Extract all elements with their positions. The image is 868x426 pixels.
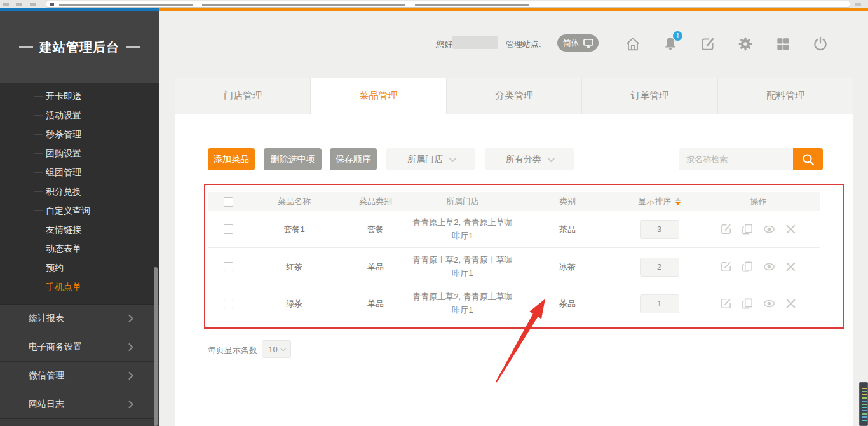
site-label: 管理站点: xyxy=(506,39,541,50)
search-button[interactable] xyxy=(793,148,823,170)
compose-icon[interactable] xyxy=(700,36,716,52)
apps-grid-icon[interactable] xyxy=(775,36,791,52)
chevron-right-icon xyxy=(125,315,133,323)
sort-order-input[interactable]: 2 xyxy=(640,258,679,277)
sidebar-sections: 统计报表 电子商务设置 微信管理 网站日志 xyxy=(0,304,159,426)
browser-forward-icon[interactable] xyxy=(16,3,22,6)
sidebar-item-flash-sale[interactable]: 秒杀管理 xyxy=(0,125,159,144)
sidebar-section-site-log[interactable]: 网站日志 xyxy=(0,390,159,419)
cell-store: 青青原上草2, 青青原上草咖啡厅1 xyxy=(412,216,513,242)
notification-badge: 1 xyxy=(673,31,682,41)
view-icon[interactable] xyxy=(763,261,775,273)
bell-icon[interactable]: 1 xyxy=(662,36,679,52)
delete-x-icon[interactable] xyxy=(785,298,797,310)
tab-category-management[interactable]: 分类管理 xyxy=(447,78,582,114)
favicon xyxy=(50,3,54,6)
sidebar-item-reservation[interactable]: 预约 xyxy=(0,258,159,277)
greeting-label: 您好 xyxy=(436,39,452,50)
sidebar-item-links[interactable]: 友情链接 xyxy=(0,220,159,239)
sort-order-input[interactable]: 1 xyxy=(640,294,679,313)
sidebar-submenu: 开卡即送 活动设置 秒杀管理 团购设置 组团管理 积分兑换 自定义查询 友情链接… xyxy=(0,86,159,296)
browser-refresh-icon[interactable] xyxy=(30,3,36,6)
sidebar-item-custom-query[interactable]: 自定义查询 xyxy=(0,201,159,220)
logo-dash-left xyxy=(19,46,33,48)
language-pill[interactable]: 简体 xyxy=(557,34,599,52)
store-filter-dropdown[interactable]: 所属门店 xyxy=(386,148,475,170)
home-icon[interactable] xyxy=(625,36,641,52)
delete-x-icon[interactable] xyxy=(785,261,797,273)
sidebar-item-group-buy[interactable]: 团购设置 xyxy=(0,144,159,163)
table-row: 套餐1 套餐 青青原上草2, 青青原上草咖啡厅1 茶品 3 xyxy=(208,211,820,248)
sidebar-item-mobile-ordering[interactable]: 手机点单 xyxy=(0,277,159,296)
sidebar-section-statistics[interactable]: 统计报表 xyxy=(0,305,159,333)
tab-order-management[interactable]: 订单管理 xyxy=(582,78,717,114)
sidebar-section-ecommerce[interactable]: 电子商务设置 xyxy=(0,333,159,362)
copy-icon[interactable] xyxy=(742,261,754,273)
copy-icon[interactable] xyxy=(742,223,754,235)
view-icon[interactable] xyxy=(763,298,775,310)
chevron-down-icon xyxy=(548,155,555,161)
app-logo: 建站管理后台 xyxy=(0,11,159,83)
search-input[interactable] xyxy=(679,148,793,170)
add-dish-button[interactable]: 添加菜品 xyxy=(208,148,255,170)
view-icon[interactable] xyxy=(763,223,775,235)
row-checkbox[interactable] xyxy=(224,224,233,234)
page-size-label: 每页显示条数 xyxy=(208,345,257,356)
column-header-operations: 操作 xyxy=(697,196,820,207)
edit-icon[interactable] xyxy=(720,223,732,235)
edit-icon[interactable] xyxy=(720,261,732,273)
sidebar-item-activity[interactable]: 活动设置 xyxy=(0,106,159,125)
browser-back-icon[interactable] xyxy=(3,3,9,6)
monitor-icon xyxy=(583,39,593,48)
sort-order-input[interactable]: 3 xyxy=(640,220,679,239)
copy-icon[interactable] xyxy=(742,298,754,310)
sidebar-item-points[interactable]: 积分兑换 xyxy=(0,182,159,201)
redacted-username xyxy=(452,36,498,49)
sidebar-item-dynamic-form[interactable]: 动态表单 xyxy=(0,239,159,258)
browser-toolbar xyxy=(0,0,868,8)
sort-order-control[interactable]: 显示排序 xyxy=(639,196,681,207)
tab-store-management[interactable]: 门店管理 xyxy=(175,78,311,114)
column-header-dish-name: 菜品名称 xyxy=(249,196,339,207)
sidebar-section-wechat[interactable]: 微信管理 xyxy=(0,362,159,390)
select-all-checkbox[interactable] xyxy=(224,197,233,207)
cell-dish-type: 单品 xyxy=(339,298,412,310)
cell-dish-name: 绿茶 xyxy=(249,298,339,310)
cell-category: 茶品 xyxy=(513,298,621,310)
delete-x-icon[interactable] xyxy=(785,223,797,235)
cell-store: 青青原上草2, 青青原上草咖啡厅1 xyxy=(412,254,513,279)
sidebar-item-group-manage[interactable]: 组团管理 xyxy=(0,163,159,182)
app-window: 建站管理后台 开卡即送 活动设置 秒杀管理 团购设置 组团管理 积分兑换 自定义… xyxy=(0,0,868,426)
logo-dash-right xyxy=(126,46,140,48)
browser-address-bar[interactable] xyxy=(46,1,850,8)
column-header-sort-order: 显示排序 xyxy=(639,196,672,207)
sidebar-item-card-gift[interactable]: 开卡即送 xyxy=(0,86,159,106)
column-header-store: 所属门店 xyxy=(412,196,513,207)
chevron-down-icon xyxy=(280,346,285,351)
save-order-button[interactable]: 保存顺序 xyxy=(330,148,377,170)
cell-dish-type: 套餐 xyxy=(339,224,412,235)
chevron-right-icon xyxy=(125,343,133,352)
power-icon[interactable] xyxy=(812,36,829,52)
sidebar-scrollbar[interactable] xyxy=(154,267,158,426)
tab-ingredient-management[interactable]: 配料管理 xyxy=(718,78,853,114)
column-header-category: 类别 xyxy=(513,196,621,207)
tab-dish-management[interactable]: 菜品管理 xyxy=(311,78,446,114)
cell-dish-name: 套餐1 xyxy=(249,224,339,235)
url-text-blur xyxy=(415,4,529,6)
chevron-right-icon xyxy=(125,401,133,409)
scroll-minimap-widget[interactable] xyxy=(859,382,868,426)
category-filter-dropdown[interactable]: 所有分类 xyxy=(485,148,574,170)
row-checkbox[interactable] xyxy=(224,262,233,271)
page-size-select[interactable]: 10 xyxy=(262,340,291,358)
browser-bookmark-icon[interactable] xyxy=(855,3,861,6)
gear-icon[interactable] xyxy=(737,36,754,52)
edit-icon[interactable] xyxy=(720,298,732,310)
row-checkbox[interactable] xyxy=(224,299,233,308)
app-title: 建站管理后台 xyxy=(39,39,119,56)
url-text-blur xyxy=(202,4,405,6)
accent-strip-orange xyxy=(159,8,868,11)
sort-arrows-icon xyxy=(675,198,681,205)
cell-category: 冰茶 xyxy=(513,261,621,273)
delete-selected-button[interactable]: 删除选中项 xyxy=(264,148,322,170)
